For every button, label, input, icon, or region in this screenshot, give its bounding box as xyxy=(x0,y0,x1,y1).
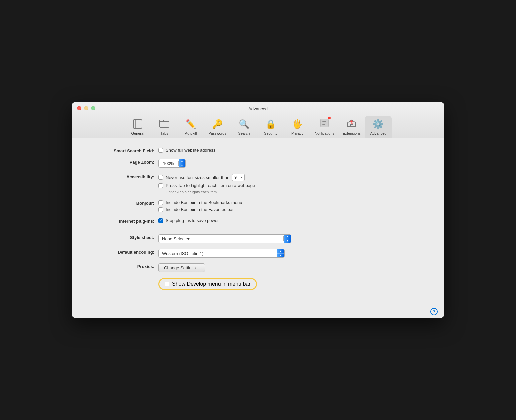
zoom-down-button[interactable]: ▼ xyxy=(179,163,185,168)
toolbar-item-tabs[interactable]: Tabs xyxy=(151,116,178,138)
style-sheet-row: Style sheet: None Selected ▲ ▼ xyxy=(92,234,424,243)
help-button[interactable]: ? xyxy=(430,308,438,315)
plugins-row: Internet plug-ins: Stop plug-ins to save… xyxy=(92,218,424,224)
security-label: Security xyxy=(264,131,277,135)
extensions-label: Extensions xyxy=(343,131,361,135)
autofill-label: AutoFill xyxy=(185,131,197,135)
toolbar-item-passwords[interactable]: 🔑 Passwords xyxy=(204,116,231,138)
notification-badge xyxy=(328,116,331,120)
svg-rect-8 xyxy=(322,124,325,125)
bottom-bar: ? xyxy=(72,305,444,318)
style-sheet-up-button[interactable]: ▲ xyxy=(284,235,291,239)
toolbar-item-notifications[interactable]: Notifications xyxy=(311,116,338,138)
advanced-icon: ⚙️ xyxy=(372,118,384,130)
encoding-row: Default encoding: Western (ISO Latin 1) … xyxy=(92,249,424,258)
notifications-icon xyxy=(319,118,330,130)
proxies-button[interactable]: Change Settings... xyxy=(158,263,205,272)
zoom-display[interactable]: 100% ▲ ▼ xyxy=(158,159,186,168)
advanced-label: Advanced xyxy=(370,131,386,135)
bonjour-row: Bonjour: Include Bonjour in the Bookmark… xyxy=(92,200,424,212)
encoding-stepper[interactable]: ▲ ▼ xyxy=(277,249,284,257)
maximize-button[interactable] xyxy=(91,106,95,110)
plugins-controls: Stop plug-ins to save power xyxy=(158,218,219,223)
zoom-stepper[interactable]: ▲ ▼ xyxy=(179,159,185,168)
plugins-checkbox[interactable] xyxy=(158,218,163,223)
window-title: Advanced xyxy=(77,106,439,111)
toolbar-item-advanced[interactable]: ⚙️ Advanced xyxy=(365,116,392,138)
tab-highlight-row: Press Tab to highlight each item on a we… xyxy=(158,183,255,188)
smart-search-row: Smart Search Field: Show full website ad… xyxy=(92,148,424,153)
svg-rect-6 xyxy=(322,121,326,122)
toolbar-item-general[interactable]: General xyxy=(124,116,151,138)
svg-rect-0 xyxy=(133,120,142,128)
encoding-label: Default encoding: xyxy=(92,249,158,255)
plugins-checkbox-label: Stop plug-ins to save power xyxy=(166,218,219,223)
toolbar-item-security[interactable]: 🔒 Security xyxy=(257,116,284,138)
svg-rect-7 xyxy=(322,123,326,123)
bonjour-favorites-checkbox[interactable] xyxy=(158,207,163,212)
font-size-select[interactable]: 9 ▾ xyxy=(232,174,245,181)
toolbar-item-search[interactable]: 🔍 Search xyxy=(231,116,257,138)
tab-highlight-checkbox[interactable] xyxy=(158,183,163,188)
page-zoom-row: Page Zoom: 100% ▲ ▼ xyxy=(92,159,424,168)
plugins-checkbox-row: Stop plug-ins to save power xyxy=(158,218,219,223)
font-size-checkbox[interactable] xyxy=(158,175,163,180)
privacy-icon: 🖐 xyxy=(291,118,303,130)
tabs-label: Tabs xyxy=(160,131,168,135)
style-sheet-stepper[interactable]: ▲ ▼ xyxy=(284,235,291,243)
general-label: General xyxy=(131,131,144,135)
smart-search-label: Smart Search Field: xyxy=(92,148,158,153)
develop-checkbox[interactable] xyxy=(165,282,169,286)
proxies-row: Proxies: Change Settings... xyxy=(92,263,424,272)
page-zoom-controls: 100% ▲ ▼ xyxy=(158,159,186,168)
close-button[interactable] xyxy=(77,106,81,110)
security-icon: 🔒 xyxy=(265,118,277,130)
font-size-arrow[interactable]: ▾ xyxy=(239,176,244,179)
zoom-up-button[interactable]: ▲ xyxy=(179,159,185,163)
develop-section: Show Develop menu in menu bar xyxy=(158,278,257,290)
search-icon: 🔍 xyxy=(238,118,250,130)
notifications-label: Notifications xyxy=(315,131,334,135)
smart-search-checkbox[interactable] xyxy=(158,148,163,153)
bonjour-favorites-label: Include Bonjour in the Favorites bar xyxy=(166,207,234,212)
autofill-icon: ✏️ xyxy=(185,118,197,130)
develop-controls: Show Develop menu in menu bar xyxy=(158,278,257,290)
preferences-window: Advanced General xyxy=(72,102,444,318)
bonjour-label: Bonjour: xyxy=(92,200,158,206)
encoding-up-button[interactable]: ▲ xyxy=(277,249,284,254)
style-sheet-down-button[interactable]: ▼ xyxy=(284,239,291,243)
smart-search-checkbox-row: Show full website address xyxy=(158,148,215,153)
smart-search-checkbox-label: Show full website address xyxy=(166,148,215,153)
develop-label-text: Show Develop menu in menu bar xyxy=(172,281,251,287)
accessibility-hint: Option-Tab highlights each item. xyxy=(166,190,255,194)
toolbar: General Tabs ✏️ AutoFill xyxy=(77,115,439,138)
font-size-label: Never use font sizes smaller than xyxy=(166,175,229,180)
bonjour-bookmarks-label: Include Bonjour in the Bookmarks menu xyxy=(166,200,242,205)
toolbar-item-extensions[interactable]: Extensions xyxy=(338,116,365,138)
zoom-value: 100% xyxy=(159,161,179,166)
search-label: Search xyxy=(238,131,250,135)
proxies-controls: Change Settings... xyxy=(158,263,205,272)
develop-highlight: Show Develop menu in menu bar xyxy=(158,278,257,290)
font-size-value: 9 xyxy=(232,175,239,180)
encoding-value: Western (ISO Latin 1) xyxy=(159,251,277,256)
encoding-down-button[interactable]: ▼ xyxy=(277,254,284,258)
minimize-button[interactable] xyxy=(84,106,88,110)
toolbar-item-autofill[interactable]: ✏️ AutoFill xyxy=(178,116,204,138)
accessibility-controls: Never use font sizes smaller than 9 ▾ Pr… xyxy=(158,174,255,194)
tabs-icon xyxy=(158,118,170,130)
font-size-row: Never use font sizes smaller than 9 ▾ xyxy=(158,174,255,181)
encoding-dropdown[interactable]: Western (ISO Latin 1) ▲ ▼ xyxy=(158,249,285,258)
proxies-label: Proxies: xyxy=(92,263,158,269)
bonjour-bookmarks-checkbox[interactable] xyxy=(158,200,163,205)
smart-search-controls: Show full website address xyxy=(158,148,215,153)
accessibility-label: Accessibility: xyxy=(92,174,158,179)
passwords-label: Passwords xyxy=(208,131,226,135)
plugins-label: Internet plug-ins: xyxy=(92,218,158,224)
svg-point-11 xyxy=(351,122,353,124)
titlebar: Advanced General xyxy=(72,102,444,138)
bonjour-bookmarks-row: Include Bonjour in the Bookmarks menu xyxy=(158,200,242,205)
style-sheet-dropdown[interactable]: None Selected ▲ ▼ xyxy=(158,234,291,243)
toolbar-item-privacy[interactable]: 🖐 Privacy xyxy=(284,116,311,138)
develop-label xyxy=(92,278,158,279)
